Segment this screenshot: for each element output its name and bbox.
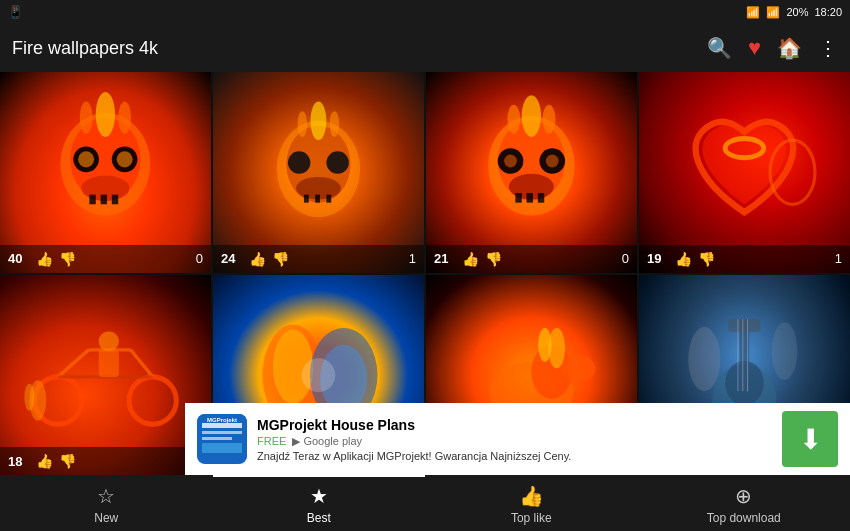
battery-percent: 20% (786, 6, 808, 18)
topdownload-nav-icon: ⊕ (735, 484, 752, 508)
svg-point-15 (288, 151, 310, 173)
toplike-nav-label: Top like (511, 511, 552, 525)
grid-cell-1[interactable]: 40 👍 👎 0 (0, 72, 211, 273)
favorites-icon[interactable]: ♥ (748, 35, 761, 61)
svg-point-10 (96, 92, 115, 137)
svg-line-43 (131, 349, 153, 376)
skull-art-3 (447, 92, 616, 252)
home-icon[interactable]: 🏠 (777, 36, 802, 60)
like-count-5: 18 (8, 454, 28, 469)
ad-content: MGProjekt House Plans FREE ▶ Google play… (257, 417, 772, 462)
svg-point-62 (538, 327, 552, 361)
dislike-count-1: 0 (196, 251, 203, 266)
cell-overlay-5: 18 👍 👎 0 (0, 447, 211, 475)
svg-rect-73 (202, 423, 242, 428)
status-bar: 📱 📶 📶 20% 18:20 (0, 0, 850, 24)
svg-line-41 (58, 349, 88, 376)
thumbdown-icon-4: 👎 (698, 251, 715, 267)
ad-description: Znajdź Teraz w Aplikacji MGProjekt! Gwar… (257, 450, 772, 462)
svg-point-28 (504, 155, 517, 168)
svg-point-36 (543, 105, 556, 134)
svg-rect-66 (728, 319, 760, 332)
svg-point-48 (24, 383, 34, 410)
cell-overlay-3: 21 👍 👎 0 (426, 245, 637, 273)
nav-item-topdownload[interactable]: ⊕ Top download (638, 475, 851, 531)
dislike-count-2: 1 (409, 251, 416, 266)
svg-point-16 (327, 151, 349, 173)
svg-rect-7 (89, 195, 95, 205)
signal-icon: 📶 (766, 6, 780, 19)
svg-point-12 (118, 102, 131, 134)
nav-item-new[interactable]: ☆ New (0, 475, 213, 531)
ad-free-label: FREE (257, 435, 286, 447)
grid-cell-3[interactable]: 21 👍 👎 0 (426, 72, 637, 273)
svg-point-29 (546, 155, 559, 168)
svg-rect-74 (202, 431, 242, 434)
like-count-2: 24 (221, 251, 241, 266)
svg-point-71 (772, 322, 798, 380)
new-nav-label: New (94, 511, 118, 525)
status-right: 📶 📶 20% 18:20 (746, 6, 842, 19)
thumbup-icon-5: 👍 (36, 453, 53, 469)
thumbdown-icon-3: 👎 (485, 251, 502, 267)
cell-overlay-1: 40 👍 👎 0 (0, 245, 211, 273)
svg-rect-19 (315, 195, 320, 203)
svg-point-40 (129, 376, 176, 423)
thumbs-2: 👍 👎 (249, 251, 401, 267)
svg-rect-32 (527, 193, 533, 203)
grid-cell-4[interactable]: 19 👍 👎 1 (639, 72, 850, 273)
ad-title: MGProjekt House Plans (257, 417, 772, 433)
svg-rect-20 (327, 195, 332, 203)
thumbdown-icon-2: 👎 (272, 251, 289, 267)
thumbup-icon-1: 👍 (36, 251, 53, 267)
svg-rect-9 (112, 195, 118, 205)
wifi-icon: 📶 (746, 6, 760, 19)
svg-point-23 (330, 111, 340, 137)
thumbup-icon-3: 👍 (462, 251, 479, 267)
thumbup-icon-4: 👍 (675, 251, 692, 267)
svg-rect-75 (202, 437, 232, 440)
svg-point-34 (522, 95, 541, 137)
clock: 18:20 (814, 6, 842, 18)
ad-google-play: ▶ Google play (292, 435, 362, 448)
svg-rect-31 (515, 193, 521, 203)
ad-logo: MGProjekt (197, 414, 247, 464)
svg-rect-18 (304, 195, 309, 203)
nav-item-best[interactable]: ★ Best (213, 475, 426, 531)
thumbs-4: 👍 👎 (675, 251, 827, 267)
best-nav-icon: ★ (310, 484, 328, 508)
svg-point-70 (688, 327, 720, 391)
like-count-1: 40 (8, 251, 28, 266)
thumbdown-icon-1: 👎 (59, 251, 76, 267)
phone-icon: 📱 (8, 5, 23, 19)
toplike-nav-icon: 👍 (519, 484, 544, 508)
svg-point-11 (80, 102, 93, 134)
cell-overlay-2: 24 👍 👎 1 (213, 245, 424, 273)
ad-logo-text: MGProjekt (197, 414, 247, 464)
search-icon[interactable]: 🔍 (707, 36, 732, 60)
dislike-count-4: 1 (835, 251, 842, 266)
bottom-nav: ☆ New ★ Best 👍 Top like ⊕ Top download (0, 475, 850, 531)
thumbup-icon-2: 👍 (249, 251, 266, 267)
new-nav-icon: ☆ (97, 484, 115, 508)
ad-download-button[interactable]: ⬇ (782, 411, 838, 467)
more-icon[interactable]: ⋮ (818, 36, 838, 60)
cell-overlay-4: 19 👍 👎 1 (639, 245, 850, 273)
thumbs-1: 👍 👎 (36, 251, 188, 267)
thumbs-5: 👍 👎 (36, 453, 188, 469)
ad-banner: MGProjekt MGProjekt House Plans FREE ▶ G… (185, 403, 850, 475)
svg-rect-8 (101, 195, 107, 205)
nav-item-toplike[interactable]: 👍 Top like (425, 475, 638, 531)
thumbdown-icon-5: 👎 (59, 453, 76, 469)
best-nav-label: Best (307, 511, 331, 525)
svg-point-53 (302, 358, 336, 392)
svg-rect-46 (99, 349, 119, 376)
svg-point-21 (310, 102, 326, 140)
app-bar: Fire wallpapers 4k 🔍 ♥ 🏠 ⋮ (0, 24, 850, 72)
grid-cell-5[interactable]: 18 👍 👎 0 (0, 275, 211, 476)
grid-cell-2[interactable]: 24 👍 👎 1 (213, 72, 424, 273)
skull-art-2 (234, 92, 403, 252)
dislike-count-3: 0 (622, 251, 629, 266)
ad-download-icon: ⬇ (799, 423, 822, 456)
svg-point-5 (117, 151, 133, 167)
